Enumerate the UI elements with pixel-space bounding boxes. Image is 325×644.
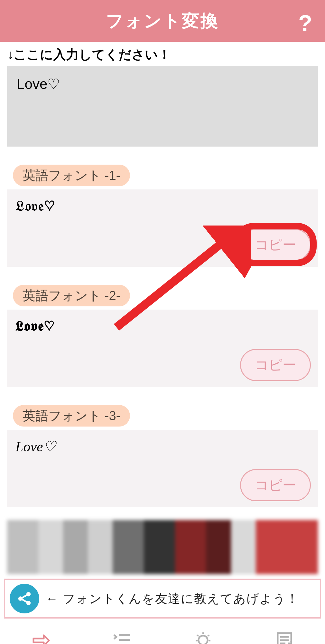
help-icon[interactable]: ? — [298, 10, 312, 36]
ad-banner[interactable] — [7, 520, 318, 574]
svg-line-6 — [22, 600, 27, 602]
font-card-1-wrap: 英語フォント -1- 𝔏𝔬𝔳𝔢♡ コピー — [7, 165, 318, 267]
app-header: フォント変換 ? — [0, 0, 325, 42]
copy-button-3[interactable]: コピー — [240, 469, 311, 501]
svg-line-5 — [22, 595, 27, 598]
font-card-2: 𝕷𝖔𝖛𝖊♡ コピー — [7, 310, 318, 387]
copy-button-1[interactable]: コピー — [240, 229, 311, 261]
tab-premium[interactable]: プレミアム — [162, 622, 244, 644]
convert-icon — [30, 630, 51, 644]
font-card-3: Love♡ コピー — [7, 430, 318, 507]
apps-icon: # — [274, 630, 295, 644]
font-card-1-preview: 𝔏𝔬𝔳𝔢♡ — [15, 198, 310, 214]
font-card-3-label: 英語フォント -3- — [13, 405, 130, 427]
tab-font-convert[interactable]: フォント変換 — [0, 622, 81, 644]
share-bar[interactable]: ← フォントくんを友達に教えてあげよう！ — [4, 579, 321, 619]
font-card-3-preview: Love♡ — [15, 438, 310, 455]
svg-point-10 — [199, 636, 208, 644]
bulb-icon — [193, 630, 213, 644]
tab-char-list[interactable]: 文字一覧 — [81, 622, 163, 644]
font-card-3-wrap: 英語フォント -3- Love♡ コピー — [7, 405, 318, 507]
share-text: ← フォントくんを友達に教えてあげよう！ — [46, 591, 299, 607]
text-input[interactable]: Love♡ — [7, 66, 318, 147]
list-icon — [112, 630, 132, 644]
svg-line-13 — [197, 635, 199, 636]
font-card-1: 𝔏𝔬𝔳𝔢♡ コピー — [7, 189, 318, 267]
font-card-2-label: 英語フォント -2- — [13, 285, 130, 306]
font-card-2-preview: 𝕷𝖔𝖛𝖊♡ — [15, 318, 310, 334]
font-card-1-label: 英語フォント -1- — [13, 165, 130, 186]
input-hint-label: ↓ここに入力してください！ — [7, 46, 318, 63]
page-title: フォント変換 — [106, 9, 219, 33]
copy-button-2[interactable]: コピー — [240, 349, 311, 381]
text-input-value: Love♡ — [17, 76, 60, 92]
share-glyph-icon — [16, 591, 32, 607]
bottom-tabbar: フォント変換 文字一覧 プレミアム — [0, 622, 325, 644]
svg-line-14 — [208, 635, 209, 636]
main-content: ↓ここに入力してください！ Love♡ 英語フォント -1- 𝔏𝔬𝔳𝔢♡ コピー… — [0, 46, 325, 574]
tab-app-intro[interactable]: # アプリ紹介 — [244, 622, 325, 644]
share-icon[interactable] — [10, 584, 39, 613]
font-card-2-wrap: 英語フォント -2- 𝕷𝖔𝖛𝖊♡ コピー — [7, 285, 318, 387]
svg-text:#: # — [288, 640, 291, 644]
